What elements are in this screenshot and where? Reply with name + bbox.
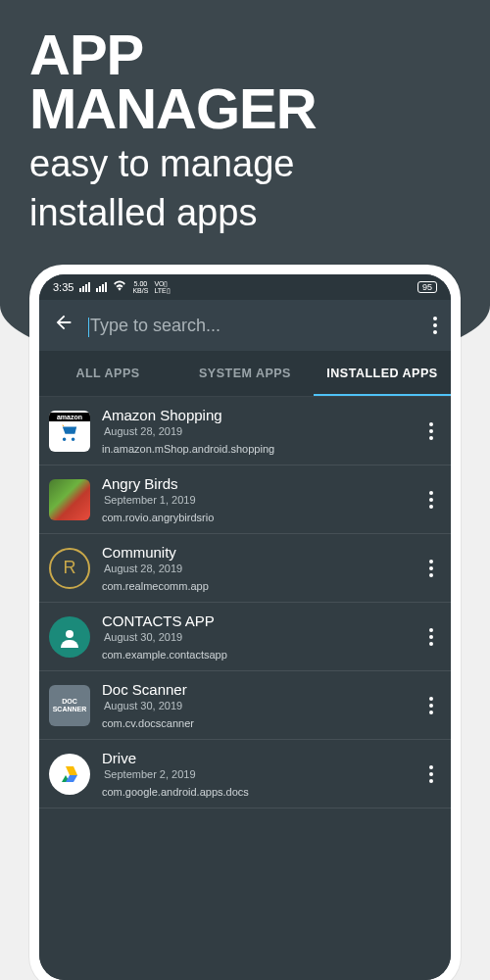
app-package: com.rovio.angrybirdsrio — [102, 512, 414, 523]
app-icon-docscanner: DOCSCANNER — [49, 685, 90, 726]
app-icon-amazon: amazon — [49, 411, 90, 452]
phone-screen: 3:35 5.00KB/S VO▯LTE▯ 95 Type to search.… — [39, 274, 451, 980]
app-date: September 1, 2019 — [102, 494, 414, 506]
status-time: 3:35 — [53, 281, 74, 293]
banner-subtitle-line2: installed apps — [29, 194, 461, 233]
app-name: Drive — [102, 750, 414, 766]
volte-icon: VO▯LTE▯ — [154, 280, 170, 294]
app-info: Doc Scanner August 30, 2019 com.cv.docsc… — [102, 681, 414, 729]
item-menu-button[interactable] — [425, 483, 437, 516]
app-package: com.google.android.apps.docs — [102, 786, 414, 798]
overflow-menu-button[interactable] — [433, 317, 437, 334]
item-menu-button[interactable] — [425, 758, 437, 791]
app-name: CONTACTS APP — [102, 612, 414, 629]
signal-icon — [79, 282, 90, 292]
search-input[interactable]: Type to search... — [90, 316, 417, 336]
banner-title-line2: MANAGER — [29, 81, 461, 135]
app-info: CONTACTS APP August 30, 2019 com.example… — [102, 612, 414, 661]
tab-system-apps[interactable]: SYSTEM APPS — [176, 351, 314, 396]
item-menu-button[interactable] — [425, 620, 437, 654]
app-date: August 30, 2019 — [102, 700, 414, 711]
back-button[interactable] — [53, 312, 74, 339]
wifi-icon — [113, 280, 126, 294]
banner-subtitle-line1: easy to manage — [29, 145, 461, 184]
signal-icon-2 — [96, 282, 107, 292]
app-package: com.cv.docscanner — [102, 717, 414, 729]
list-item[interactable]: amazon Amazon Shopping August 28, 2019 i… — [39, 397, 451, 466]
app-date: September 2, 2019 — [102, 768, 414, 780]
statusbar: 3:35 5.00KB/S VO▯LTE▯ 95 — [39, 274, 451, 300]
app-date: August 30, 2019 — [102, 631, 414, 643]
app-package: com.example.contactsapp — [102, 649, 414, 661]
list-item[interactable]: CONTACTS APP August 30, 2019 com.example… — [39, 603, 451, 671]
list-item[interactable]: Angry Birds September 1, 2019 com.rovio.… — [39, 466, 451, 534]
app-name: Doc Scanner — [102, 681, 414, 698]
app-icon-contacts — [49, 616, 90, 658]
app-icon-drive — [49, 754, 90, 795]
tab-all-apps[interactable]: ALL APPS — [39, 351, 176, 396]
banner-title-line1: APP — [29, 27, 461, 81]
app-name: Community — [102, 544, 414, 561]
list-item[interactable]: R Community August 28, 2019 com.realmeco… — [39, 534, 451, 603]
list-item[interactable]: DOCSCANNER Doc Scanner August 30, 2019 c… — [39, 671, 451, 740]
phone-frame: 3:35 5.00KB/S VO▯LTE▯ 95 Type to search.… — [29, 265, 461, 980]
app-date: August 28, 2019 — [102, 425, 414, 437]
item-menu-button[interactable] — [425, 552, 437, 585]
app-list[interactable]: amazon Amazon Shopping August 28, 2019 i… — [39, 397, 451, 980]
app-package: in.amazon.mShop.android.shopping — [102, 443, 414, 455]
item-menu-button[interactable] — [425, 415, 437, 448]
app-name: Amazon Shopping — [102, 407, 414, 423]
app-name: Angry Birds — [102, 475, 414, 492]
app-icon-angrybirds — [49, 479, 90, 520]
app-date: August 28, 2019 — [102, 563, 414, 574]
statusbar-left: 3:35 5.00KB/S VO▯LTE▯ — [53, 280, 171, 294]
app-info: Drive September 2, 2019 com.google.andro… — [102, 750, 414, 798]
item-menu-button[interactable] — [425, 689, 437, 722]
battery-indicator: 95 — [417, 281, 437, 293]
tab-installed-apps[interactable]: INSTALLED APPS — [314, 351, 451, 396]
app-package: com.realmecomm.app — [102, 580, 414, 592]
app-icon-community: R — [49, 548, 90, 589]
app-info: Angry Birds September 1, 2019 com.rovio.… — [102, 475, 414, 523]
app-info: Community August 28, 2019 com.realmecomm… — [102, 544, 414, 592]
searchbar: Type to search... — [39, 300, 451, 351]
app-info: Amazon Shopping August 28, 2019 in.amazo… — [102, 407, 414, 455]
tab-bar: ALL APPS SYSTEM APPS INSTALLED APPS — [39, 351, 451, 397]
data-speed: 5.00KB/S — [132, 280, 148, 294]
list-item[interactable]: Drive September 2, 2019 com.google.andro… — [39, 740, 451, 808]
